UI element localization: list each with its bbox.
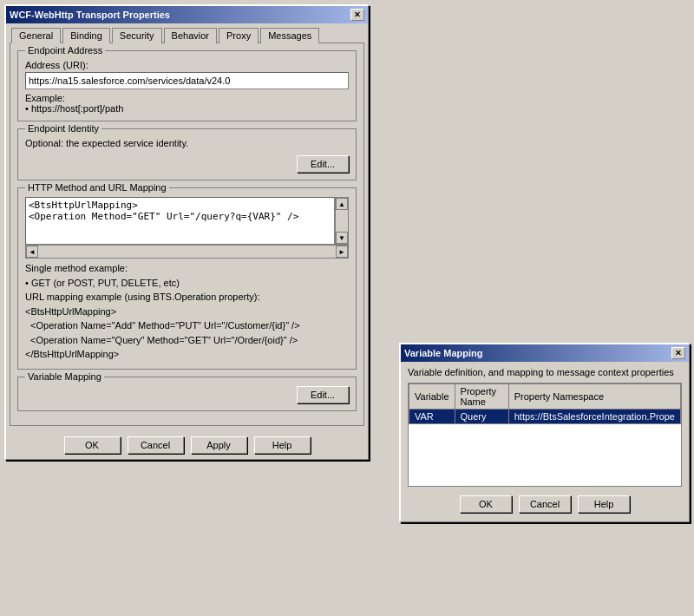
example-title: Example: • https://host[:port]/path	[25, 93, 349, 114]
address-label: Address (URI):	[25, 60, 349, 70]
table-row[interactable]: VAR Query https://BtsSalesforceIntegrati…	[409, 410, 681, 424]
variable-dialog-buttons: OK Cancel Help	[408, 492, 682, 516]
col-property-namespace: Property Namespace	[508, 384, 680, 410]
apply-button[interactable]: Apply	[191, 436, 247, 454]
tab-behavior[interactable]: Behavior	[164, 28, 217, 43]
tab-bar: General Binding Security Behavior Proxy …	[6, 23, 368, 43]
http-method-label: HTTP Method and URL Mapping	[25, 182, 169, 193]
scroll-down-arrow[interactable]: ▼	[336, 232, 348, 244]
ok-button[interactable]: OK	[64, 436, 121, 454]
identity-edit-button[interactable]: Edit...	[297, 155, 349, 173]
variable-dialog-help-button[interactable]: Help	[578, 495, 630, 513]
tab-messages[interactable]: Messages	[260, 28, 319, 43]
variable-dialog-title-buttons: ✕	[671, 347, 685, 359]
cancel-button[interactable]: Cancel	[128, 436, 184, 454]
cell-property-namespace: https://BtsSalesforceIntegration.Prope	[508, 410, 680, 424]
variable-mapping-grid-container: Variable Property Name Property Namespac…	[408, 383, 682, 487]
close-button[interactable]: ✕	[350, 9, 364, 21]
endpoint-identity-label: Endpoint Identity	[25, 123, 101, 134]
variable-mapping-group: Variable Mapping Edit...	[17, 377, 357, 411]
tab-security[interactable]: Security	[112, 28, 162, 43]
textarea-scrollbar-h[interactable]: ◄ ►	[25, 245, 349, 259]
cell-variable: VAR	[409, 410, 455, 424]
variable-dialog-ok-button[interactable]: OK	[460, 495, 512, 513]
address-input[interactable]	[25, 72, 349, 89]
textarea-scrollbar-v[interactable]: ▲ ▼	[335, 197, 349, 245]
http-method-group: HTTP Method and URL Mapping <BtsHttpUrlM…	[17, 187, 357, 370]
scroll-right-arrow[interactable]: ►	[336, 246, 348, 258]
variable-dialog-body: Variable definition, and mapping to mess…	[401, 362, 689, 521]
tab-general[interactable]: General	[11, 28, 61, 43]
variable-mapping-label: Variable Mapping	[25, 371, 104, 382]
bottom-button-row: OK Cancel Apply Help	[6, 429, 368, 459]
variable-dialog-title-bar: Variable Mapping ✕	[401, 344, 689, 362]
variable-dialog-close-button[interactable]: ✕	[671, 347, 685, 359]
variable-mapping-dialog: Variable Mapping ✕ Variable definition, …	[399, 343, 690, 522]
main-window: WCF-WebHttp Transport Properties ✕ Gener…	[4, 4, 369, 460]
help-button[interactable]: Help	[254, 436, 311, 454]
url-mapping-textarea[interactable]: <BtsHttpUrlMapping> <Operation Method="G…	[25, 197, 335, 245]
variable-mapping-edit-button[interactable]: Edit...	[297, 386, 349, 403]
endpoint-address-group: Endpoint Address Address (URI): Example:…	[17, 50, 357, 121]
cell-property-name: Query	[455, 410, 508, 424]
tab-content-general: Endpoint Address Address (URI): Example:…	[10, 43, 364, 426]
title-bar-buttons: ✕	[350, 9, 364, 21]
window-title: WCF-WebHttp Transport Properties	[10, 10, 170, 20]
title-bar: WCF-WebHttp Transport Properties ✕	[6, 6, 368, 23]
col-property-name: Property Name	[455, 384, 508, 410]
url-mapping-wrapper: <BtsHttpUrlMapping> <Operation Method="G…	[25, 197, 349, 245]
tab-binding[interactable]: Binding	[62, 28, 110, 43]
endpoint-identity-group: Endpoint Identity Optional: the expected…	[17, 128, 357, 180]
scroll-up-arrow[interactable]: ▲	[336, 198, 348, 210]
col-variable: Variable	[409, 384, 455, 410]
variable-mapping-table: Variable Property Name Property Namespac…	[409, 383, 681, 424]
variable-dialog-cancel-button[interactable]: Cancel	[519, 495, 571, 513]
variable-dialog-description: Variable definition, and mapping to mess…	[408, 367, 682, 377]
tab-proxy[interactable]: Proxy	[219, 28, 259, 43]
http-hints: Single method example: • GET (or POST, P…	[25, 261, 349, 362]
identity-description: Optional: the expected service identity.	[25, 138, 349, 148]
scroll-left-arrow[interactable]: ◄	[26, 246, 38, 258]
variable-dialog-title: Variable Mapping	[404, 348, 482, 358]
endpoint-address-label: Endpoint Address	[25, 45, 105, 56]
